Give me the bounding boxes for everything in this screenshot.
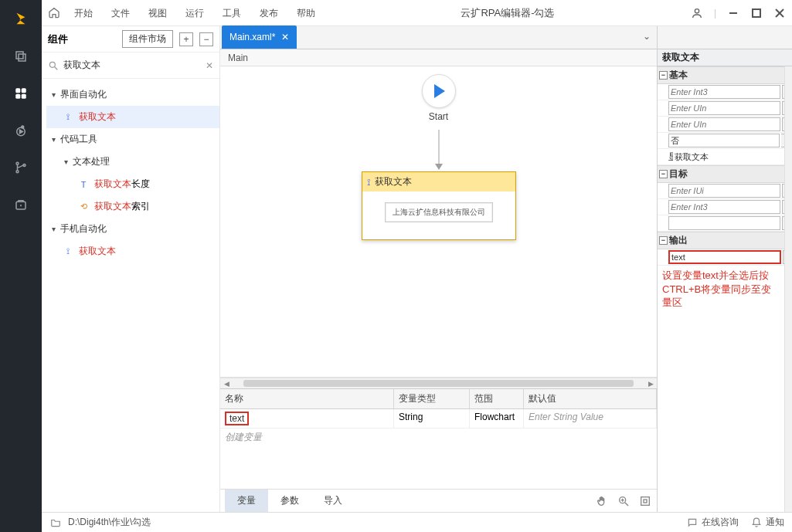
breadcrumb[interactable]: Main	[220, 49, 657, 66]
menu-bar: 开始 文件 视图 运行 工具 发布 帮助 云扩RPA编辑器-勾选 |	[42, 0, 792, 26]
status-bar: D:\Digi4th\作业\勾选 在线咨询 通知	[42, 512, 792, 532]
pan-icon[interactable]	[595, 494, 609, 508]
var-type[interactable]: String	[394, 409, 470, 428]
chevron-down-icon[interactable]: ⌄	[643, 31, 651, 42]
group-basic[interactable]: −基本	[658, 66, 784, 84]
tree-item-textindex[interactable]: ⟲ 获取文本索引	[46, 195, 219, 218]
col-default[interactable]: 默认值	[524, 389, 657, 408]
text-icon: T	[77, 178, 90, 191]
play-icon	[422, 74, 456, 108]
menu-help[interactable]: 帮助	[287, 0, 325, 26]
var-name[interactable]: text	[225, 412, 249, 425]
tab-close-icon[interactable]: ✕	[281, 32, 289, 42]
consult-button[interactable]: 在线咨询	[687, 516, 739, 529]
variables-panel: 名称 变量类型 范围 默认值 text String Flowchart Ent…	[220, 388, 657, 489]
notify-button[interactable]: 通知	[751, 516, 784, 529]
components-panel: 组件 组件市场 + − ✕ ▾界面自动化 ⟟	[42, 26, 220, 512]
expand-button[interactable]: +	[179, 32, 193, 46]
menu-run[interactable]: 运行	[176, 0, 213, 26]
tree-item-textlen[interactable]: T 获取文本长度	[46, 173, 219, 195]
tree-item-mobile-gettext[interactable]: ⟟ 获取文本	[46, 240, 219, 263]
package-icon[interactable]	[11, 195, 31, 215]
svg-point-10	[16, 171, 19, 173]
col-type[interactable]: 变量类型	[394, 389, 470, 408]
scrollbar-thumb[interactable]	[243, 380, 634, 387]
home-icon[interactable]	[48, 6, 62, 20]
create-variable[interactable]: 创建变量	[220, 429, 657, 446]
link-icon: ⟲	[77, 201, 90, 213]
activity-body: 上海云扩信息科技有限公司	[362, 191, 515, 239]
clear-search-icon[interactable]: ✕	[206, 60, 213, 71]
tab-strip: Main.xaml* ✕ ⌄	[220, 26, 657, 49]
variables-header: 名称 变量类型 范围 默认值	[220, 389, 657, 409]
prop-match-timeout: 匹配超时(... …	[658, 199, 784, 215]
properties-panel: 获取文本 −基本 超时(毫秒) … 后延迟(毫... … 前延迟(	[657, 26, 792, 512]
design-surface[interactable]: Start ⟟ 获取文本 上海云扩信息科技有限公司	[220, 66, 657, 378]
activity-bar	[0, 0, 42, 532]
before-input[interactable]	[668, 117, 780, 131]
collapse-icon[interactable]: −	[659, 71, 668, 80]
market-button[interactable]: 组件市场	[122, 30, 173, 48]
text-output-input[interactable]	[668, 250, 781, 264]
zoom-icon[interactable]	[617, 494, 631, 508]
tree-item-label: 获取文本	[79, 246, 116, 256]
tree-group-mobile[interactable]: ▾手机自动化	[46, 218, 219, 240]
onfail-select[interactable]	[668, 134, 780, 147]
var-default[interactable]: Enter String Value	[524, 409, 657, 428]
window-title: 云扩RPA编辑器-勾选	[325, 6, 691, 20]
tree-label: 手机自动化	[60, 222, 107, 236]
grid-icon[interactable]	[11, 83, 31, 103]
close-button[interactable]	[773, 7, 786, 19]
horizontal-scrollbar[interactable]: ◀ ▶	[220, 378, 657, 388]
minimize-button[interactable]	[727, 7, 739, 19]
match-input[interactable]	[668, 200, 780, 214]
menu-file[interactable]: 文件	[102, 0, 139, 26]
status-path[interactable]: D:\Digi4th\作业\勾选	[68, 516, 151, 529]
tree-group-ui[interactable]: ▾界面自动化	[46, 83, 219, 106]
group-output[interactable]: −输出	[658, 232, 784, 249]
col-scope[interactable]: 范围	[470, 389, 524, 408]
scroll-left-icon[interactable]: ◀	[220, 378, 233, 389]
svg-rect-6	[22, 94, 26, 99]
tab-import[interactable]: 导入	[311, 490, 355, 512]
tab-main[interactable]: Main.xaml* ✕	[222, 25, 297, 49]
start-node[interactable]: Start	[422, 74, 456, 122]
activity-gettext[interactable]: ⟟ 获取文本 上海云扩信息科技有限公司	[362, 171, 516, 240]
vertical-scrollbar[interactable]	[784, 66, 792, 512]
maximize-button[interactable]	[750, 7, 763, 19]
tree-item-gettext[interactable]: ⟟ 获取文本	[46, 106, 219, 128]
scroll-right-icon[interactable]: ▶	[644, 378, 657, 389]
after-input[interactable]	[668, 101, 780, 115]
search-input[interactable]	[63, 60, 201, 71]
var-scope[interactable]: Flowchart	[470, 409, 524, 428]
components-title: 组件	[48, 32, 68, 46]
tab-variables[interactable]: 变量	[225, 490, 268, 512]
variable-row[interactable]: text String Flowchart Enter String Value	[220, 409, 657, 429]
user-icon[interactable]	[691, 7, 703, 19]
col-name[interactable]: 名称	[220, 389, 394, 408]
menu-publish[interactable]: 发布	[250, 0, 287, 26]
displayname-input[interactable]	[673, 150, 783, 164]
menu-start[interactable]: 开始	[65, 0, 102, 26]
run-icon[interactable]	[11, 120, 31, 141]
menu-view[interactable]: 视图	[139, 0, 176, 26]
fit-icon[interactable]	[638, 494, 652, 508]
svg-point-8	[22, 126, 24, 128]
branch-icon[interactable]	[11, 158, 31, 178]
tab-params[interactable]: 参数	[268, 490, 311, 512]
tree-group-code[interactable]: ▾代码工具	[46, 128, 219, 151]
tree-item-label: 获取文本	[94, 201, 131, 212]
tree-group-text[interactable]: ▾文本处理	[46, 151, 219, 173]
group-target[interactable]: −目标	[658, 165, 784, 183]
collapse-icon[interactable]: −	[659, 170, 668, 178]
prop-before-delay: 前延迟(毫... …	[658, 117, 784, 133]
menu-items: 开始 文件 视图 运行 工具 发布 帮助	[65, 0, 325, 26]
menu-tools[interactable]: 工具	[213, 0, 250, 26]
collapse-icon[interactable]: −	[659, 236, 668, 245]
timeout-input[interactable]	[668, 85, 780, 99]
element-input[interactable]	[668, 184, 780, 198]
collapse-button[interactable]: −	[199, 32, 213, 46]
selector-input[interactable]	[668, 216, 780, 230]
prop-onfail: 失败后继续 ▾…	[658, 133, 784, 149]
copy-icon[interactable]	[11, 46, 31, 66]
